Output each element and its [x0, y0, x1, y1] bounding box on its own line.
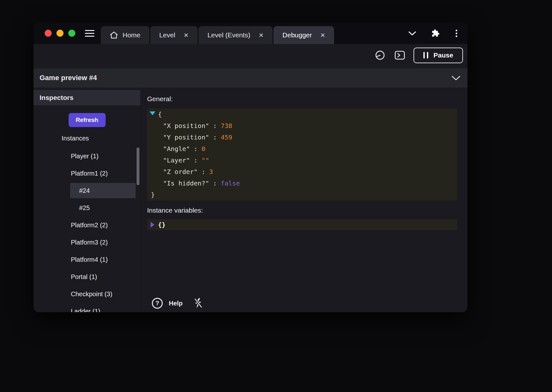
- inspectors-title: Inspectors: [40, 94, 73, 102]
- json-close-line: }: [147, 189, 457, 200]
- property-y-position: "Y position" : 459: [147, 132, 457, 143]
- tree-item-instance-25[interactable]: #25: [34, 199, 140, 216]
- main-menu-icon[interactable]: [85, 30, 94, 37]
- property-is-hidden: "Is hidden?" : false: [147, 177, 457, 189]
- tree-item-portal[interactable]: Portal (1): [34, 268, 140, 285]
- open-brace: {: [158, 110, 162, 118]
- general-label: General:: [147, 94, 457, 104]
- general-properties-json: { "X position" : 738 "Y position" : 459 …: [147, 109, 457, 200]
- footer-actions: ? Help: [152, 297, 204, 310]
- variables-root-line: {}: [147, 219, 457, 230]
- extensions-puzzle-icon[interactable]: [431, 29, 440, 37]
- refresh-button[interactable]: Refresh: [69, 113, 106, 127]
- tab-bar-actions: [408, 29, 467, 38]
- pause-label: Pause: [434, 51, 453, 59]
- tab-level-events[interactable]: Level (Events) ✕: [198, 26, 272, 44]
- instance-variables-label: Instance variables:: [147, 206, 457, 215]
- tab-label: Level (Events): [207, 31, 250, 39]
- home-icon: [110, 31, 118, 39]
- variables-value: {}: [158, 221, 166, 229]
- instance-variables-json: {}: [147, 219, 457, 230]
- tree-item-platform3[interactable]: Platform3 (2): [34, 234, 140, 251]
- tree-item-platform1[interactable]: Platform1 (2): [34, 165, 140, 182]
- close-icon[interactable]: ✕: [320, 32, 325, 39]
- chevron-down-icon[interactable]: [408, 31, 416, 35]
- tab-level[interactable]: Level ✕: [150, 26, 198, 44]
- tree-item-player[interactable]: Player (1): [34, 147, 140, 165]
- flash-off-icon[interactable]: [193, 298, 204, 309]
- inspectors-header: Inspectors: [34, 90, 140, 105]
- inspector-detail: General: { "X position" : 738 "Y positio…: [140, 87, 467, 312]
- close-icon[interactable]: ✕: [183, 32, 189, 39]
- property-angle: "Angle" : 0: [147, 143, 457, 155]
- chevron-down-icon[interactable]: [451, 76, 460, 80]
- instances-tree: Player (1) Platform1 (2) #24 #25 Platfor…: [34, 147, 140, 312]
- instances-label: Instances: [34, 134, 140, 142]
- debugger-toolbar: Pause: [34, 44, 467, 66]
- tab-home[interactable]: Home: [101, 26, 149, 44]
- tree-item-instance-24[interactable]: #24: [34, 182, 140, 199]
- console-icon[interactable]: [394, 49, 406, 61]
- collapse-triangle-icon[interactable]: [150, 111, 155, 115]
- tree-item-ladder[interactable]: Ladder (1): [34, 303, 140, 312]
- tab-label: Home: [123, 31, 140, 39]
- help-icon[interactable]: ?: [152, 298, 163, 309]
- app-window: Home Level ✕ Level (Events) ✕ Debugger ✕: [34, 22, 467, 312]
- close-icon[interactable]: ✕: [258, 32, 264, 39]
- help-label: Help: [169, 300, 183, 307]
- property-x-position: "X position" : 738: [147, 120, 457, 132]
- property-layer: "Layer" : "": [147, 155, 457, 166]
- more-options-icon[interactable]: [455, 29, 458, 38]
- window-controls: [34, 30, 75, 37]
- inspector-sidebar: Inspectors Refresh Instances Player (1) …: [34, 87, 140, 312]
- preview-header[interactable]: Game preview #4: [34, 68, 467, 87]
- expand-triangle-icon[interactable]: [151, 222, 154, 228]
- minimize-window-button[interactable]: [56, 30, 63, 37]
- gauge-icon[interactable]: [374, 49, 386, 61]
- debugger-content: Inspectors Refresh Instances Player (1) …: [34, 87, 467, 312]
- json-root-line: {: [147, 109, 457, 120]
- tree-item-checkpoint[interactable]: Checkpoint (3): [34, 285, 140, 303]
- tree-item-platform4[interactable]: Platform4 (1): [34, 251, 140, 268]
- tree-item-platform2[interactable]: Platform2 (2): [34, 216, 140, 234]
- close-brace: }: [151, 191, 155, 199]
- tab-label: Level: [159, 31, 175, 39]
- tab-label: Debugger: [282, 31, 312, 39]
- sidebar-scrollbar[interactable]: [137, 147, 139, 185]
- pause-icon: [423, 52, 428, 58]
- close-window-button[interactable]: [45, 30, 52, 37]
- tab-debugger[interactable]: Debugger ✕: [273, 26, 334, 44]
- preview-title: Game preview #4: [40, 74, 97, 82]
- pause-button[interactable]: Pause: [414, 48, 463, 63]
- property-z-order: "Z order" : 3: [147, 166, 457, 177]
- tab-list: Home Level ✕ Level (Events) ✕ Debugger ✕: [101, 26, 334, 44]
- tab-bar: Home Level ✕ Level (Events) ✕ Debugger ✕: [34, 22, 467, 44]
- zoom-window-button[interactable]: [68, 30, 75, 37]
